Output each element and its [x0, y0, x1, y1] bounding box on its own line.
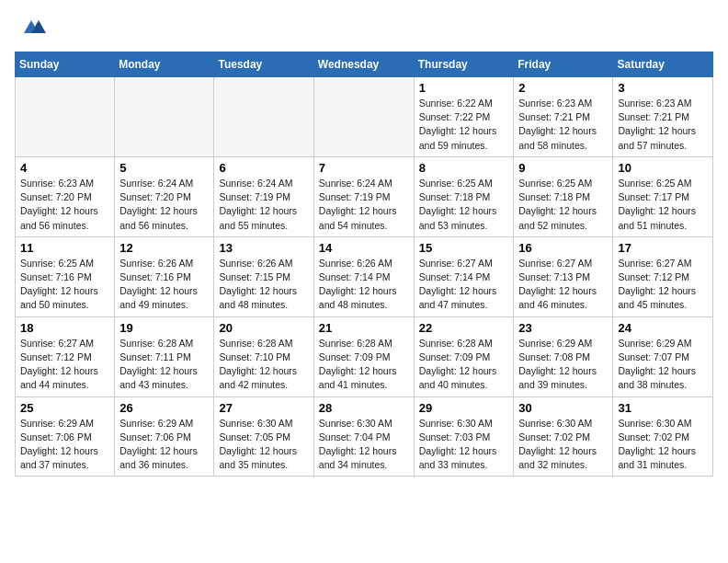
weekday-header-tuesday: Tuesday — [214, 52, 313, 77]
day-number: 8 — [419, 161, 509, 175]
day-number: 2 — [518, 81, 608, 95]
day-number: 30 — [518, 401, 608, 415]
calendar-week-1: 1Sunrise: 6:22 AMSunset: 7:22 PMDaylight… — [16, 77, 713, 157]
calendar-day-cell: 18Sunrise: 6:27 AMSunset: 7:12 PMDayligh… — [16, 316, 115, 396]
calendar-day-cell: 2Sunrise: 6:23 AMSunset: 7:21 PMDaylight… — [514, 77, 613, 157]
weekday-header-friday: Friday — [514, 52, 613, 77]
day-info: Sunrise: 6:25 AMSunset: 7:16 PMDaylight:… — [20, 257, 109, 313]
calendar-day-cell: 21Sunrise: 6:28 AMSunset: 7:09 PMDayligh… — [313, 316, 414, 396]
day-info: Sunrise: 6:30 AMSunset: 7:05 PMDaylight:… — [219, 417, 308, 473]
day-info: Sunrise: 6:23 AMSunset: 7:21 PMDaylight:… — [518, 97, 608, 153]
calendar-week-3: 11Sunrise: 6:25 AMSunset: 7:16 PMDayligh… — [16, 236, 713, 316]
calendar-week-5: 25Sunrise: 6:29 AMSunset: 7:06 PMDayligh… — [16, 396, 713, 477]
calendar-day-cell: 3Sunrise: 6:23 AMSunset: 7:21 PMDaylight… — [613, 77, 713, 157]
calendar-day-cell: 17Sunrise: 6:27 AMSunset: 7:12 PMDayligh… — [613, 236, 713, 316]
day-number: 17 — [618, 241, 708, 255]
page-header — [15, 15, 713, 40]
day-number: 29 — [419, 401, 509, 415]
day-number: 24 — [618, 321, 708, 335]
weekday-header-saturday: Saturday — [613, 52, 713, 77]
calendar-day-cell: 7Sunrise: 6:24 AMSunset: 7:19 PMDaylight… — [313, 156, 414, 236]
calendar-day-cell: 26Sunrise: 6:29 AMSunset: 7:06 PMDayligh… — [115, 396, 214, 477]
calendar-day-cell: 23Sunrise: 6:29 AMSunset: 7:08 PMDayligh… — [514, 316, 613, 396]
day-number: 11 — [20, 241, 109, 255]
calendar-day-cell — [214, 77, 313, 157]
day-info: Sunrise: 6:25 AMSunset: 7:18 PMDaylight:… — [518, 177, 608, 233]
day-number: 12 — [119, 241, 209, 255]
day-number: 27 — [219, 401, 308, 415]
day-number: 9 — [518, 161, 608, 175]
day-number: 18 — [20, 321, 109, 335]
weekday-header-thursday: Thursday — [414, 52, 514, 77]
day-number: 22 — [419, 321, 509, 335]
day-info: Sunrise: 6:27 AMSunset: 7:13 PMDaylight:… — [518, 257, 608, 313]
day-info: Sunrise: 6:28 AMSunset: 7:09 PMDaylight:… — [319, 337, 409, 393]
calendar-day-cell: 24Sunrise: 6:29 AMSunset: 7:07 PMDayligh… — [613, 316, 713, 396]
day-info: Sunrise: 6:24 AMSunset: 7:19 PMDaylight:… — [319, 177, 409, 233]
day-number: 14 — [319, 241, 409, 255]
calendar-day-cell: 16Sunrise: 6:27 AMSunset: 7:13 PMDayligh… — [514, 236, 613, 316]
calendar-day-cell — [313, 77, 414, 157]
calendar-day-cell: 12Sunrise: 6:26 AMSunset: 7:16 PMDayligh… — [115, 236, 214, 316]
day-info: Sunrise: 6:30 AMSunset: 7:02 PMDaylight:… — [618, 417, 708, 473]
day-info: Sunrise: 6:24 AMSunset: 7:20 PMDaylight:… — [119, 177, 209, 233]
day-info: Sunrise: 6:27 AMSunset: 7:14 PMDaylight:… — [419, 257, 509, 313]
day-info: Sunrise: 6:24 AMSunset: 7:19 PMDaylight:… — [219, 177, 308, 233]
day-number: 5 — [119, 161, 209, 175]
day-number: 19 — [119, 321, 209, 335]
day-info: Sunrise: 6:25 AMSunset: 7:18 PMDaylight:… — [419, 177, 509, 233]
calendar-day-cell: 9Sunrise: 6:25 AMSunset: 7:18 PMDaylight… — [514, 156, 613, 236]
weekday-header-monday: Monday — [115, 52, 214, 77]
day-number: 25 — [20, 401, 109, 415]
day-number: 21 — [319, 321, 409, 335]
logo-icon — [17, 15, 46, 40]
day-number: 3 — [618, 81, 708, 95]
day-info: Sunrise: 6:23 AMSunset: 7:21 PMDaylight:… — [618, 97, 708, 153]
calendar-day-cell: 13Sunrise: 6:26 AMSunset: 7:15 PMDayligh… — [214, 236, 313, 316]
calendar-day-cell: 10Sunrise: 6:25 AMSunset: 7:17 PMDayligh… — [613, 156, 713, 236]
day-info: Sunrise: 6:26 AMSunset: 7:14 PMDaylight:… — [319, 257, 409, 313]
calendar-week-4: 18Sunrise: 6:27 AMSunset: 7:12 PMDayligh… — [16, 316, 713, 396]
calendar-day-cell: 31Sunrise: 6:30 AMSunset: 7:02 PMDayligh… — [613, 396, 713, 477]
calendar-day-cell: 5Sunrise: 6:24 AMSunset: 7:20 PMDaylight… — [115, 156, 214, 236]
calendar-day-cell: 11Sunrise: 6:25 AMSunset: 7:16 PMDayligh… — [16, 236, 115, 316]
day-info: Sunrise: 6:28 AMSunset: 7:09 PMDaylight:… — [419, 337, 509, 393]
day-info: Sunrise: 6:26 AMSunset: 7:16 PMDaylight:… — [119, 257, 209, 313]
calendar-day-cell: 4Sunrise: 6:23 AMSunset: 7:20 PMDaylight… — [16, 156, 115, 236]
calendar-day-cell — [16, 77, 115, 157]
day-info: Sunrise: 6:25 AMSunset: 7:17 PMDaylight:… — [618, 177, 708, 233]
day-info: Sunrise: 6:23 AMSunset: 7:20 PMDaylight:… — [20, 177, 109, 233]
day-number: 31 — [618, 401, 708, 415]
day-info: Sunrise: 6:26 AMSunset: 7:15 PMDaylight:… — [219, 257, 308, 313]
day-number: 6 — [219, 161, 308, 175]
day-info: Sunrise: 6:30 AMSunset: 7:04 PMDaylight:… — [319, 417, 409, 473]
calendar-day-cell: 6Sunrise: 6:24 AMSunset: 7:19 PMDaylight… — [214, 156, 313, 236]
calendar-day-cell: 28Sunrise: 6:30 AMSunset: 7:04 PMDayligh… — [313, 396, 414, 477]
logo — [15, 15, 46, 40]
calendar-week-2: 4Sunrise: 6:23 AMSunset: 7:20 PMDaylight… — [16, 156, 713, 236]
day-info: Sunrise: 6:29 AMSunset: 7:06 PMDaylight:… — [20, 417, 109, 473]
calendar-day-cell: 25Sunrise: 6:29 AMSunset: 7:06 PMDayligh… — [16, 396, 115, 477]
day-info: Sunrise: 6:30 AMSunset: 7:02 PMDaylight:… — [518, 417, 608, 473]
day-number: 13 — [219, 241, 308, 255]
calendar-day-cell: 20Sunrise: 6:28 AMSunset: 7:10 PMDayligh… — [214, 316, 313, 396]
calendar-day-cell: 15Sunrise: 6:27 AMSunset: 7:14 PMDayligh… — [414, 236, 514, 316]
weekday-header-wednesday: Wednesday — [313, 52, 414, 77]
day-info: Sunrise: 6:28 AMSunset: 7:10 PMDaylight:… — [219, 337, 308, 393]
day-number: 20 — [219, 321, 308, 335]
day-number: 26 — [119, 401, 209, 415]
day-info: Sunrise: 6:22 AMSunset: 7:22 PMDaylight:… — [419, 97, 509, 153]
day-number: 16 — [518, 241, 608, 255]
day-info: Sunrise: 6:29 AMSunset: 7:08 PMDaylight:… — [518, 337, 608, 393]
calendar-table: SundayMondayTuesdayWednesdayThursdayFrid… — [15, 52, 713, 477]
calendar-day-cell — [115, 77, 214, 157]
day-number: 4 — [20, 161, 109, 175]
day-info: Sunrise: 6:30 AMSunset: 7:03 PMDaylight:… — [419, 417, 509, 473]
calendar-day-cell: 14Sunrise: 6:26 AMSunset: 7:14 PMDayligh… — [313, 236, 414, 316]
calendar-day-cell: 27Sunrise: 6:30 AMSunset: 7:05 PMDayligh… — [214, 396, 313, 477]
calendar-header-row: SundayMondayTuesdayWednesdayThursdayFrid… — [16, 52, 713, 77]
calendar-day-cell: 30Sunrise: 6:30 AMSunset: 7:02 PMDayligh… — [514, 396, 613, 477]
calendar-day-cell: 29Sunrise: 6:30 AMSunset: 7:03 PMDayligh… — [414, 396, 514, 477]
day-number: 15 — [419, 241, 509, 255]
day-number: 7 — [319, 161, 409, 175]
